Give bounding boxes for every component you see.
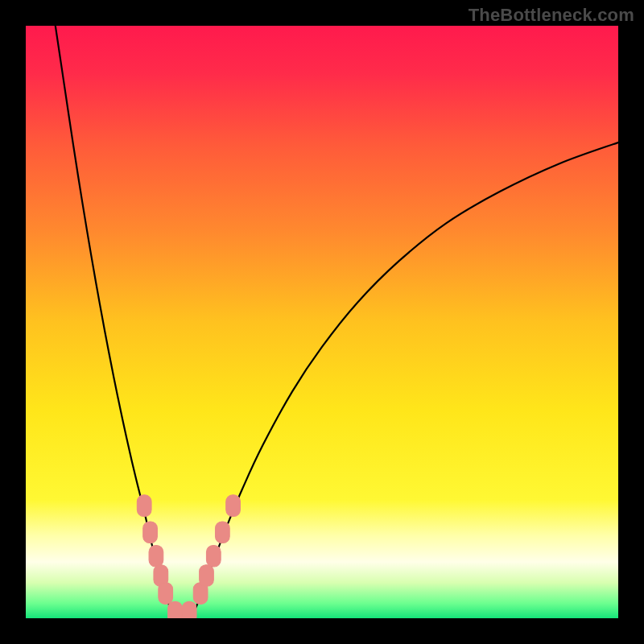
data-marker [159,583,173,604]
data-marker [216,522,230,543]
curve-layer [26,26,618,618]
bottleneck-curve [56,26,618,615]
data-marker [206,545,221,566]
data-marker [137,495,151,516]
watermark-text: TheBottleneck.com [469,5,634,26]
chart-frame: TheBottleneck.com [0,0,644,644]
data-marker [226,495,241,516]
data-marker [149,545,163,566]
data-marker [168,601,183,618]
data-marker [182,601,196,618]
data-marker [143,522,158,543]
plot-area [26,26,618,618]
data-marker [200,565,214,586]
